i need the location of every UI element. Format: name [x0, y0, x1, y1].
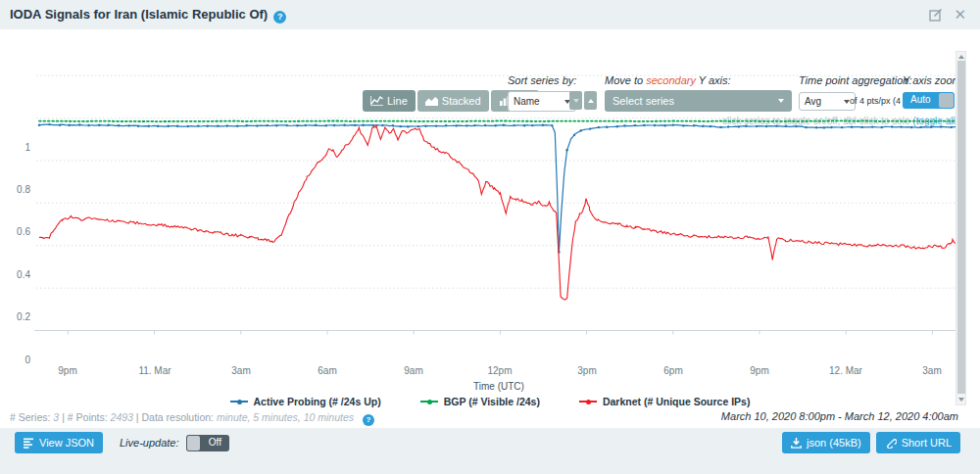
legend-dot-icon	[237, 400, 242, 404]
chart-panel: Line Stacked Bar Sort series by: Name Mo…	[0, 29, 980, 428]
legend-label: BGP (# Visible /24s)	[444, 396, 540, 407]
legend-item-bgp[interactable]: BGP (# Visible /24s)	[420, 396, 540, 407]
json-list-icon	[24, 438, 34, 449]
y-tick-label: 0	[0, 355, 30, 365]
stats-separator: |	[136, 411, 139, 423]
x-tick-label: 3am	[922, 365, 941, 376]
short-url-label: Short URL	[902, 437, 952, 449]
scroll-down-icon[interactable]	[958, 398, 964, 402]
legend-item-active-probing[interactable]: Active Probing (# /24s Up)	[230, 396, 381, 407]
legend-dot-icon	[586, 400, 591, 404]
json-download-label: json (45kB)	[807, 437, 861, 449]
y-tick-label: 1	[0, 142, 30, 153]
legend-label: Darknet (# Unique Source IPs)	[603, 396, 751, 407]
series-stats: # Series: 3 | # Points: 2493 | Data reso…	[10, 411, 374, 426]
stats-help-icon[interactable]: ?	[363, 414, 374, 426]
legend-marker-icon	[420, 401, 438, 403]
live-update-label: Live-update:	[120, 437, 179, 449]
stats-points-value: 2493	[111, 411, 133, 423]
link-icon	[885, 437, 897, 449]
x-tick-label: 9pm	[750, 365, 768, 376]
x-tick-label: 9pm	[58, 365, 76, 376]
x-tick-label: 9am	[404, 365, 422, 376]
live-update-toggle[interactable]: Off	[186, 435, 229, 451]
y-tick-label: 0.2	[0, 311, 30, 322]
view-json-button[interactable]: View JSON	[15, 432, 103, 453]
download-icon	[791, 438, 802, 449]
bottom-bar: View JSON Live-update: Off json (45kB) S…	[0, 428, 980, 474]
stats-resolution-label: Data resolution:	[142, 411, 215, 423]
stats-points-label: # Points:	[68, 411, 108, 423]
view-json-label: View JSON	[39, 437, 94, 449]
legend-dot-icon	[427, 400, 432, 404]
live-update-state: Off	[209, 437, 221, 448]
legend-marker-icon	[230, 401, 248, 403]
y-tick-label: 0.6	[0, 226, 30, 237]
x-tick-label: 6am	[318, 365, 336, 376]
stats-series-value: 3	[53, 411, 59, 423]
y-tick-label: 0.8	[0, 184, 30, 195]
stats-separator: |	[62, 411, 65, 423]
x-tick-label: 12pm	[487, 365, 512, 376]
legend-marker-icon	[579, 401, 597, 403]
stats-series-label: # Series:	[10, 411, 50, 423]
scrollbar-thumb[interactable]	[957, 61, 965, 394]
x-tick-label: 11. Mar	[138, 365, 171, 376]
ioda-dialog: IODA Signals for Iran (Islamic Republic …	[0, 0, 980, 474]
legend-item-darknet[interactable]: Darknet (# Unique Source IPs)	[579, 396, 751, 407]
x-tick-label: 3am	[231, 365, 250, 376]
short-url-button[interactable]: Short URL	[876, 432, 960, 453]
vertical-scrollbar[interactable]	[956, 51, 966, 405]
scroll-up-icon[interactable]	[958, 55, 964, 59]
json-download-button[interactable]: json (45kB)	[782, 432, 870, 453]
y-tick-label: 0.4	[0, 269, 30, 280]
chart-legend: Active Probing (# /24s Up) BGP (# Visibl…	[0, 396, 980, 407]
x-tick-label: 3pm	[577, 365, 596, 376]
x-tick-label: 12. Mar	[829, 365, 862, 376]
toggle-knob	[187, 436, 200, 450]
x-tick-label: 6pm	[663, 365, 682, 376]
date-range: March 10, 2020 8:00pm - March 12, 2020 4…	[721, 410, 958, 422]
legend-label: Active Probing (# /24s Up)	[254, 396, 381, 407]
export-buttons: json (45kB) Short URL	[782, 432, 960, 453]
xaxis-title: Time (UTC)	[473, 381, 524, 392]
stats-resolution-value: minute, 5 minutes, 10 minutes	[217, 411, 354, 423]
